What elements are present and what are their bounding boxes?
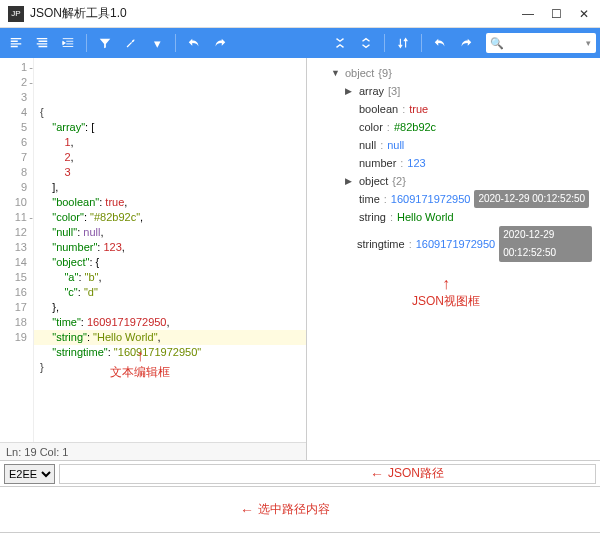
tree-root[interactable]: ▼ object {9} — [315, 64, 592, 82]
app-icon: JP — [8, 6, 24, 22]
undo-icon[interactable] — [182, 31, 206, 55]
undo-tree-icon[interactable] — [428, 31, 452, 55]
tree-value: Hello World — [397, 208, 454, 226]
tree-row[interactable]: ▶object {2} — [315, 172, 592, 190]
annotation-tree: ↑ JSON视图框 — [412, 276, 480, 310]
tree-key: array — [359, 82, 384, 100]
redo-tree-icon[interactable] — [454, 31, 478, 55]
status-line: Ln: 19 Col: 1 — [0, 442, 306, 460]
tree-row[interactable]: boolean : true — [315, 100, 592, 118]
tree-root-label: object — [345, 64, 374, 82]
path-mode-select[interactable]: E2EE — [4, 464, 55, 484]
tree-key: time — [359, 190, 380, 208]
triangle-right-icon[interactable]: ▶ — [345, 172, 355, 190]
tree-row[interactable]: color : #82b92c — [315, 118, 592, 136]
timestamp-badge: 2020-12-29 00:12:52:50 — [499, 226, 592, 262]
toolbar: ▾ 🔍 ▾ — [0, 28, 600, 58]
tree-row[interactable]: ▶array [3] — [315, 82, 592, 100]
tree-meta: [3] — [388, 82, 400, 100]
arrow-up-icon: ↑ — [442, 276, 450, 292]
titlebar: JP JSON解析工具1.0 — ☐ ✕ — [0, 0, 600, 28]
line-gutter: 12345678910111213141516171819 — [0, 58, 34, 442]
align-icon[interactable] — [30, 31, 54, 55]
tree-value: 1609171972950 — [391, 190, 471, 208]
collapse-icon[interactable] — [328, 31, 352, 55]
tree-row[interactable]: number : 123 — [315, 154, 592, 172]
minimize-button[interactable]: — — [514, 0, 542, 28]
main-split: 12345678910111213141516171819 { "array":… — [0, 58, 600, 461]
tree-row[interactable]: string : Hello World — [315, 208, 592, 226]
tree-row[interactable]: null : null — [315, 136, 592, 154]
tree-key: string — [359, 208, 386, 226]
search-dropdown-icon[interactable]: ▾ — [586, 38, 591, 48]
path-input[interactable] — [59, 464, 596, 484]
tree-value: null — [387, 136, 404, 154]
dropdown-icon[interactable]: ▾ — [145, 31, 169, 55]
redo-icon[interactable] — [208, 31, 232, 55]
tree-key: color — [359, 118, 383, 136]
tree-value: true — [409, 100, 428, 118]
tree-key: null — [359, 136, 376, 154]
triangle-right-icon[interactable]: ▶ — [345, 82, 355, 100]
align-left-icon[interactable] — [4, 31, 28, 55]
path-bar: E2EE ← JSON路径 — [0, 461, 600, 487]
maximize-button[interactable]: ☐ — [542, 0, 570, 28]
code-body[interactable]: { "array": [ 1, 2, 3 ], "boolean": true,… — [34, 58, 306, 442]
search-box[interactable]: 🔍 ▾ — [486, 33, 596, 53]
search-input[interactable] — [506, 37, 586, 49]
tree-root-count: {9} — [378, 64, 391, 82]
editor-pane: 12345678910111213141516171819 { "array":… — [0, 58, 307, 460]
wrench-icon[interactable] — [119, 31, 143, 55]
content-bar: ← 选中路径内容 — [0, 487, 600, 533]
tree-row[interactable]: stringtime : 1609171972950 2020-12-29 00… — [315, 226, 592, 262]
filter-icon[interactable] — [93, 31, 117, 55]
tree-value: #82b92c — [394, 118, 436, 136]
tree-row[interactable]: time : 1609171972950 2020-12-29 00:12:52… — [315, 190, 592, 208]
close-button[interactable]: ✕ — [570, 0, 598, 28]
annotation-content: ← 选中路径内容 — [240, 501, 330, 518]
tree-key: stringtime — [357, 235, 405, 253]
expand-icon[interactable] — [354, 31, 378, 55]
timestamp-badge: 2020-12-29 00:12:52:50 — [474, 190, 589, 208]
tree-key: number — [359, 154, 396, 172]
code-editor[interactable]: 12345678910111213141516171819 { "array":… — [0, 58, 306, 442]
sort-icon[interactable] — [391, 31, 415, 55]
arrow-left-icon: ← — [240, 502, 254, 518]
cursor-position: Ln: 19 Col: 1 — [6, 446, 68, 458]
search-icon: 🔍 — [490, 37, 504, 50]
annotation-tree-label: JSON视图框 — [412, 292, 480, 310]
tree-key: boolean — [359, 100, 398, 118]
tree-value: 123 — [407, 154, 425, 172]
triangle-down-icon[interactable]: ▼ — [331, 64, 341, 82]
tree-meta: {2} — [392, 172, 405, 190]
tree-key: object — [359, 172, 388, 190]
window-title: JSON解析工具1.0 — [30, 5, 514, 22]
tree-pane[interactable]: ▼ object {9} ▶array [3]boolean : truecol… — [307, 58, 600, 460]
tree-value: 1609171972950 — [416, 235, 496, 253]
annotation-content-label: 选中路径内容 — [258, 501, 330, 518]
indent-icon[interactable] — [56, 31, 80, 55]
